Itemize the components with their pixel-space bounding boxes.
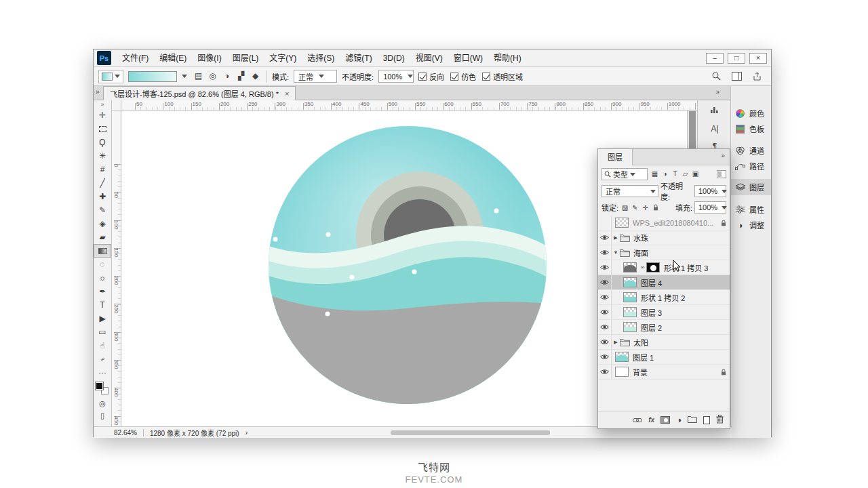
option-checkbox[interactable]: 反向 — [418, 71, 444, 82]
rectangular-marquee-tool[interactable] — [94, 122, 111, 136]
gradient-type-icon[interactable]: ▞ — [235, 70, 248, 83]
visibility-toggle[interactable] — [598, 216, 612, 230]
blur-tool[interactable]: ◌ — [94, 258, 111, 271]
expand-caret-icon[interactable]: ▶ — [612, 340, 620, 345]
add-mask-icon[interactable] — [660, 416, 670, 424]
visibility-toggle[interactable] — [598, 245, 612, 260]
gradient-picker-caret-icon[interactable] — [182, 75, 187, 81]
maximize-button[interactable]: □ — [728, 53, 745, 64]
menu-item[interactable]: 窗口(W) — [448, 49, 488, 67]
layer-thumbnail[interactable] — [623, 262, 637, 272]
checkbox-box[interactable] — [450, 73, 458, 81]
layer-row[interactable]: 形状 1 拷贝 2 — [598, 290, 730, 305]
dock-panel-layers[interactable]: 图层 — [731, 179, 771, 195]
dock-panel-properties[interactable]: 属性 — [731, 201, 771, 218]
filter-adjustment-icon[interactable]: ◑ — [660, 169, 670, 180]
tab-overflow-icon[interactable]: » — [96, 88, 100, 96]
menu-item[interactable]: 选择(S) — [302, 49, 340, 67]
quick-mask-button[interactable]: ◎ — [94, 397, 111, 409]
layers-panel-tab[interactable]: 图层 — [598, 149, 633, 165]
layer-thumbnail[interactable] — [615, 367, 629, 377]
expand-caret-icon[interactable]: ▼ — [612, 250, 620, 255]
layer-thumbnail[interactable] — [615, 218, 629, 228]
gradient-editor-preview[interactable] — [128, 71, 177, 82]
filter-pixel-icon[interactable]: ▦ — [650, 169, 660, 180]
quick-selection-tool[interactable]: ✳ — [94, 149, 111, 163]
menu-item[interactable]: 图层(L) — [227, 49, 264, 67]
edit-toolbar-button[interactable]: ··· — [94, 366, 111, 380]
filter-shape-icon[interactable]: ▱ — [680, 169, 690, 180]
gradient-type-icon[interactable]: ▤ — [192, 70, 205, 83]
visibility-toggle[interactable] — [598, 290, 612, 304]
visibility-toggle[interactable] — [598, 275, 612, 289]
hand-tool[interactable]: ☝ — [94, 339, 111, 352]
gradient-type-icon[interactable]: ◑ — [220, 70, 233, 83]
option-checkbox[interactable]: 仿色 — [450, 71, 476, 82]
filter-smart-object-icon[interactable]: ▣ — [690, 169, 701, 180]
pen-tool[interactable]: ✒ — [94, 285, 111, 298]
visibility-toggle[interactable] — [598, 320, 612, 334]
menu-item[interactable]: 3D(D) — [378, 49, 410, 67]
menu-item[interactable]: 帮助(H) — [488, 49, 527, 67]
layer-row[interactable]: ▶太阳 — [598, 335, 730, 350]
lock-pixels-icon[interactable]: ✎ — [631, 204, 639, 211]
dock-panel-swatches[interactable]: 色板 — [731, 121, 771, 137]
healing-brush-tool[interactable]: ✚ — [94, 190, 111, 203]
toolbar-collapse-icon[interactable]: » — [94, 100, 111, 108]
crop-tool[interactable]: # — [94, 163, 111, 176]
visibility-toggle[interactable] — [598, 230, 612, 245]
visibility-toggle[interactable] — [598, 335, 612, 349]
layer-row[interactable]: ∞形状 1 拷贝 3 — [598, 260, 730, 275]
new-layer-icon[interactable] — [703, 416, 710, 424]
document-tab[interactable]: 飞层设计-博客-125.psd @ 82.6% (图层 4, RGB/8) * … — [103, 86, 296, 100]
dock-panel-adjustments[interactable]: ◑调整 — [731, 217, 771, 233]
visibility-toggle[interactable] — [598, 365, 612, 379]
zoom-level[interactable]: 82.64% — [114, 429, 137, 436]
visibility-toggle[interactable] — [598, 305, 612, 319]
close-button[interactable]: × — [749, 53, 767, 64]
opacity-select[interactable]: 100% — [378, 70, 414, 83]
tool-preset-picker[interactable] — [98, 70, 123, 83]
clone-stamp-tool[interactable]: ◈ — [94, 217, 111, 230]
type-tool[interactable]: T — [94, 298, 111, 312]
lock-all-icon[interactable] — [651, 204, 660, 211]
layer-blend-mode-select[interactable]: 正常 — [601, 185, 658, 197]
search-icon[interactable] — [709, 70, 723, 83]
layer-row[interactable]: WPS_edit2018080410... — [598, 216, 730, 230]
menu-item[interactable]: 滤镜(T) — [340, 49, 377, 67]
gradient-type-icon[interactable]: ◆ — [249, 70, 262, 83]
layer-row[interactable]: 图层 2 — [598, 320, 730, 335]
layer-row[interactable]: 图层 1 — [598, 350, 730, 365]
menu-item[interactable]: 图像(I) — [192, 49, 226, 67]
lock-position-icon[interactable]: ✛ — [641, 204, 650, 211]
share-icon[interactable] — [750, 70, 764, 83]
layer-thumbnail[interactable] — [623, 292, 637, 302]
filter-type-icon[interactable]: T — [670, 169, 680, 180]
lock-transparent-icon[interactable]: ▨ — [620, 204, 629, 211]
filter-toggle-icon[interactable] — [717, 170, 726, 178]
move-tool[interactable]: ✛ — [94, 108, 111, 122]
dock-collapse-icon[interactable]: » — [715, 88, 719, 96]
gradient-type-icon[interactable]: ◎ — [206, 70, 219, 83]
histogram-panel-icon[interactable] — [706, 102, 724, 118]
visibility-toggle[interactable] — [598, 260, 612, 274]
dock-panel-color[interactable]: 颜色 — [731, 105, 771, 121]
blend-mode-select[interactable]: 正常 — [294, 70, 337, 83]
mask-thumbnail[interactable] — [646, 262, 660, 272]
visibility-toggle[interactable] — [598, 350, 612, 364]
layer-effects-icon[interactable]: fx — [648, 416, 654, 424]
layer-row[interactable]: 背景 — [598, 365, 730, 380]
gradient-tool[interactable] — [94, 244, 111, 258]
foreground-color-swatch[interactable] — [96, 382, 103, 390]
dodge-tool[interactable]: ☼ — [94, 271, 111, 285]
new-group-icon[interactable] — [688, 415, 697, 424]
layer-row[interactable]: 图层 3 — [598, 305, 730, 320]
layer-thumbnail[interactable] — [623, 307, 637, 317]
expand-caret-icon[interactable]: ▶ — [612, 235, 620, 241]
link-layers-icon[interactable] — [633, 416, 642, 424]
layer-thumbnail[interactable] — [623, 277, 637, 287]
workspace-icon[interactable] — [730, 70, 743, 83]
panel-menu-icon[interactable]: » — [721, 152, 725, 159]
layer-fill-select[interactable]: 100% — [694, 201, 726, 214]
option-checkbox[interactable]: 透明区域 — [482, 71, 523, 82]
